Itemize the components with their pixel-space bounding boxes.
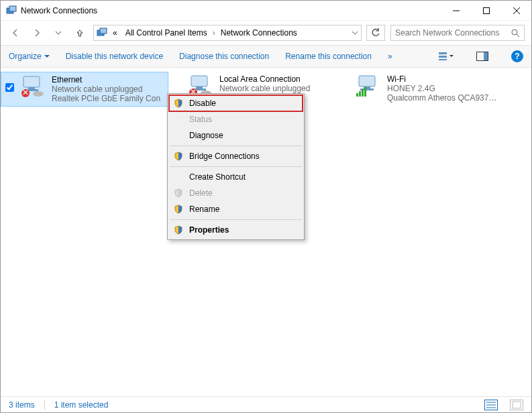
shield-icon bbox=[173, 188, 184, 198]
svg-rect-1 bbox=[9, 6, 16, 11]
svg-point-20 bbox=[33, 91, 44, 97]
organize-button[interactable]: Organize bbox=[9, 52, 50, 61]
disable-device-button[interactable]: Disable this network device bbox=[66, 52, 163, 61]
forward-button[interactable] bbox=[29, 25, 45, 41]
menu-status: Status bbox=[169, 111, 303, 127]
svg-line-9 bbox=[517, 34, 519, 37]
menu-disable[interactable]: Disable bbox=[169, 95, 303, 111]
search-input[interactable] bbox=[395, 28, 511, 38]
svg-point-8 bbox=[512, 30, 517, 35]
close-button[interactable] bbox=[501, 1, 531, 20]
minimize-button[interactable] bbox=[441, 1, 471, 20]
connection-status: Network cable unplugged bbox=[52, 84, 164, 94]
search-icon[interactable] bbox=[511, 29, 520, 38]
status-separator bbox=[44, 400, 45, 410]
window-title: Network Connections bbox=[21, 6, 441, 15]
status-selected-count: 1 item selected bbox=[54, 400, 109, 410]
svg-rect-11 bbox=[439, 56, 447, 58]
breadcrumb-prefix: « bbox=[110, 28, 120, 38]
menu-delete: Delete bbox=[169, 185, 303, 201]
chevron-right-icon[interactable]: › bbox=[213, 28, 215, 38]
refresh-button[interactable] bbox=[366, 25, 385, 41]
menu-diagnose[interactable]: Diagnose bbox=[169, 127, 303, 143]
shield-icon bbox=[173, 204, 184, 214]
svg-rect-21 bbox=[191, 76, 207, 86]
connection-adapter: Realtek PCIe GbE Family Con bbox=[52, 94, 164, 103]
ethernet-icon: ✕ bbox=[19, 75, 46, 98]
details-view-button[interactable] bbox=[484, 400, 498, 410]
shield-icon bbox=[173, 99, 184, 108]
menu-properties[interactable]: Properties bbox=[169, 222, 303, 238]
svg-rect-33 bbox=[364, 87, 366, 97]
titlebar: Network Connections bbox=[1, 1, 531, 21]
rename-connection-button[interactable]: Rename this connection bbox=[285, 52, 372, 61]
menu-divider bbox=[170, 145, 302, 146]
connection-status: Network cable unplugged bbox=[219, 84, 332, 93]
shield-icon bbox=[173, 152, 184, 161]
status-item-count: 3 items bbox=[9, 400, 35, 410]
app-icon bbox=[6, 5, 17, 16]
connection-name: Ethernet bbox=[52, 75, 164, 84]
connection-name: Wi-Fi bbox=[387, 74, 500, 84]
menu-create-shortcut[interactable]: Create Shortcut bbox=[169, 169, 303, 185]
up-button[interactable] bbox=[72, 25, 88, 41]
svg-rect-12 bbox=[439, 59, 447, 60]
connection-checkbox[interactable] bbox=[5, 83, 14, 92]
connection-status: HONEY 2.4G bbox=[387, 84, 500, 93]
status-bar: 3 items 1 item selected bbox=[1, 396, 531, 412]
wifi-icon bbox=[355, 74, 382, 97]
more-commands-button[interactable]: » bbox=[388, 52, 392, 61]
large-icons-view-button[interactable] bbox=[510, 400, 523, 410]
maximize-button[interactable] bbox=[471, 1, 501, 20]
connection-adapter: Qualcomm Atheros QCA9377... bbox=[387, 93, 500, 103]
menu-rename[interactable]: Rename bbox=[169, 201, 303, 217]
svg-rect-27 bbox=[359, 76, 375, 86]
svg-rect-3 bbox=[483, 7, 489, 13]
connection-ethernet[interactable]: ✕ Ethernet Network cable unplugged Realt… bbox=[1, 72, 168, 107]
connection-name: Local Area Connection bbox=[219, 74, 332, 84]
recent-dropdown[interactable] bbox=[50, 25, 66, 41]
location-icon bbox=[97, 27, 107, 38]
breadcrumb-item[interactable]: Network Connections bbox=[218, 28, 300, 38]
menu-divider bbox=[170, 219, 302, 220]
navigation-bar: « All Control Panel Items › Network Conn… bbox=[1, 21, 531, 45]
svg-rect-7 bbox=[100, 28, 107, 34]
menu-bridge[interactable]: Bridge Connections bbox=[169, 148, 303, 164]
back-button[interactable] bbox=[7, 25, 23, 41]
preview-pane-button[interactable] bbox=[476, 52, 488, 61]
address-dropdown-icon[interactable] bbox=[352, 30, 358, 36]
svg-rect-16 bbox=[28, 87, 35, 89]
svg-rect-31 bbox=[359, 91, 361, 97]
svg-rect-10 bbox=[439, 52, 447, 54]
svg-text:✕: ✕ bbox=[22, 88, 29, 97]
svg-rect-22 bbox=[196, 86, 203, 88]
address-bar[interactable]: « All Control Panel Items › Network Conn… bbox=[93, 25, 362, 41]
command-bar: Organize Disable this network device Dia… bbox=[1, 45, 531, 68]
menu-divider bbox=[170, 166, 302, 167]
svg-rect-37 bbox=[513, 402, 521, 408]
svg-rect-30 bbox=[356, 93, 358, 97]
context-menu: Disable Status Diagnose Bridge Connectio… bbox=[167, 93, 305, 240]
breadcrumb-item[interactable]: All Control Panel Items bbox=[123, 28, 210, 38]
svg-rect-14 bbox=[484, 52, 488, 60]
shield-icon bbox=[173, 225, 184, 235]
svg-rect-15 bbox=[23, 76, 40, 87]
diagnose-connection-button[interactable]: Diagnose this connection bbox=[179, 52, 269, 61]
view-options-button[interactable] bbox=[439, 52, 454, 61]
connection-wifi[interactable]: Wi-Fi HONEY 2.4G Qualcomm Atheros QCA937… bbox=[336, 72, 504, 105]
svg-rect-32 bbox=[362, 89, 364, 97]
help-button[interactable]: ? bbox=[511, 50, 523, 62]
search-box[interactable] bbox=[390, 25, 525, 41]
